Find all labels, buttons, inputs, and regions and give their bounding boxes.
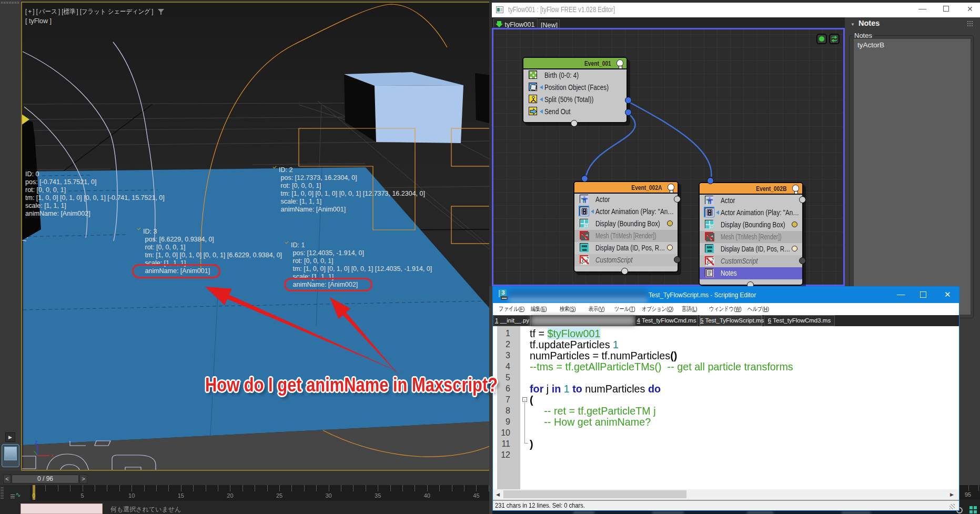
svg-text:1010: 1010 xyxy=(582,248,587,252)
svg-text:1010: 1010 xyxy=(707,249,712,253)
